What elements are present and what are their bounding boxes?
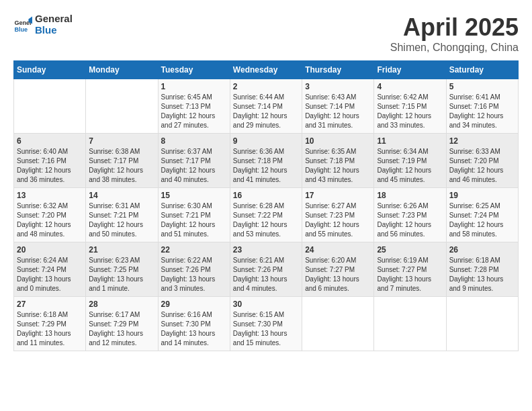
day-details: Sunrise: 6:34 AM Sunset: 7:19 PM Dayligh… (377, 147, 443, 185)
calendar-cell: 4Sunrise: 6:42 AM Sunset: 7:15 PM Daylig… (374, 79, 446, 134)
header-day: Wednesday (230, 61, 302, 79)
day-details: Sunrise: 6:33 AM Sunset: 7:20 PM Dayligh… (449, 147, 515, 185)
calendar-cell (86, 79, 158, 134)
calendar-cell: 26Sunrise: 6:18 AM Sunset: 7:28 PM Dayli… (446, 242, 518, 297)
header-day: Saturday (446, 61, 518, 79)
calendar-cell: 9Sunrise: 6:36 AM Sunset: 7:18 PM Daylig… (230, 134, 302, 188)
calendar-cell (302, 297, 374, 351)
day-number: 10 (305, 136, 371, 146)
day-number: 11 (377, 136, 443, 146)
calendar-cell: 30Sunrise: 6:15 AM Sunset: 7:30 PM Dayli… (230, 297, 302, 351)
day-number: 5 (449, 82, 515, 91)
day-number: 6 (17, 136, 83, 146)
day-number: 30 (233, 300, 299, 309)
day-number: 29 (161, 300, 227, 309)
day-details: Sunrise: 6:35 AM Sunset: 7:18 PM Dayligh… (305, 147, 371, 185)
day-details: Sunrise: 6:31 AM Sunset: 7:21 PM Dayligh… (89, 201, 154, 239)
calendar-cell: 7Sunrise: 6:38 AM Sunset: 7:17 PM Daylig… (86, 134, 158, 188)
day-number: 28 (89, 300, 154, 309)
day-number: 21 (89, 245, 154, 255)
svg-text:Blue: Blue (14, 26, 28, 32)
day-details: Sunrise: 6:32 AM Sunset: 7:20 PM Dayligh… (17, 201, 83, 239)
title-block: April 2025 Shimen, Chongqing, China (390, 13, 519, 54)
day-number: 12 (449, 136, 515, 146)
day-details: Sunrise: 6:37 AM Sunset: 7:17 PM Dayligh… (161, 147, 227, 185)
day-number: 27 (17, 300, 83, 309)
calendar-cell: 3Sunrise: 6:43 AM Sunset: 7:14 PM Daylig… (302, 79, 374, 134)
day-details: Sunrise: 6:23 AM Sunset: 7:25 PM Dayligh… (89, 256, 154, 293)
day-number: 9 (233, 136, 299, 146)
day-number: 17 (305, 191, 371, 200)
calendar-cell (14, 79, 86, 134)
header-day: Tuesday (158, 61, 230, 79)
day-details: Sunrise: 6:36 AM Sunset: 7:18 PM Dayligh… (233, 147, 299, 185)
calendar-week-row: 1Sunrise: 6:45 AM Sunset: 7:13 PM Daylig… (14, 79, 519, 134)
logo: General Blue General Blue (13, 13, 73, 36)
calendar-cell: 17Sunrise: 6:27 AM Sunset: 7:23 PM Dayli… (302, 188, 374, 242)
calendar-cell: 5Sunrise: 6:41 AM Sunset: 7:16 PM Daylig… (446, 79, 518, 134)
day-number: 16 (233, 191, 299, 200)
subtitle: Shimen, Chongqing, China (390, 42, 519, 54)
day-number: 26 (449, 245, 515, 255)
header-day: Thursday (302, 61, 374, 79)
day-details: Sunrise: 6:18 AM Sunset: 7:28 PM Dayligh… (449, 256, 515, 293)
day-details: Sunrise: 6:28 AM Sunset: 7:22 PM Dayligh… (233, 201, 299, 239)
calendar-cell: 20Sunrise: 6:24 AM Sunset: 7:24 PM Dayli… (14, 242, 86, 297)
day-number: 1 (161, 82, 227, 91)
day-details: Sunrise: 6:40 AM Sunset: 7:16 PM Dayligh… (17, 147, 83, 185)
calendar-cell (374, 297, 446, 351)
calendar-cell: 28Sunrise: 6:17 AM Sunset: 7:29 PM Dayli… (86, 297, 158, 351)
day-details: Sunrise: 6:17 AM Sunset: 7:29 PM Dayligh… (89, 310, 154, 348)
page-header: General Blue General Blue April 2025 Shi… (13, 13, 519, 54)
day-details: Sunrise: 6:19 AM Sunset: 7:27 PM Dayligh… (377, 256, 443, 293)
day-details: Sunrise: 6:41 AM Sunset: 7:16 PM Dayligh… (449, 93, 515, 130)
day-number: 23 (233, 245, 299, 255)
day-number: 20 (17, 245, 83, 255)
calendar-cell: 14Sunrise: 6:31 AM Sunset: 7:21 PM Dayli… (86, 188, 158, 242)
calendar-table: SundayMondayTuesdayWednesdayThursdayFrid… (13, 60, 519, 351)
day-number: 18 (377, 191, 443, 200)
day-details: Sunrise: 6:27 AM Sunset: 7:23 PM Dayligh… (305, 201, 371, 239)
day-number: 7 (89, 136, 154, 146)
calendar-week-row: 27Sunrise: 6:18 AM Sunset: 7:29 PM Dayli… (14, 297, 519, 351)
header-day: Monday (86, 61, 158, 79)
calendar-cell: 6Sunrise: 6:40 AM Sunset: 7:16 PM Daylig… (14, 134, 86, 188)
calendar-cell: 21Sunrise: 6:23 AM Sunset: 7:25 PM Dayli… (86, 242, 158, 297)
day-details: Sunrise: 6:45 AM Sunset: 7:13 PM Dayligh… (161, 93, 227, 130)
calendar-cell: 12Sunrise: 6:33 AM Sunset: 7:20 PM Dayli… (446, 134, 518, 188)
calendar-cell: 1Sunrise: 6:45 AM Sunset: 7:13 PM Daylig… (158, 79, 230, 134)
day-details: Sunrise: 6:24 AM Sunset: 7:24 PM Dayligh… (17, 256, 83, 293)
calendar-cell: 24Sunrise: 6:20 AM Sunset: 7:27 PM Dayli… (302, 242, 374, 297)
day-details: Sunrise: 6:38 AM Sunset: 7:17 PM Dayligh… (89, 147, 154, 185)
calendar-week-row: 20Sunrise: 6:24 AM Sunset: 7:24 PM Dayli… (14, 242, 519, 297)
day-number: 22 (161, 245, 227, 255)
calendar-week-row: 6Sunrise: 6:40 AM Sunset: 7:16 PM Daylig… (14, 134, 519, 188)
day-details: Sunrise: 6:25 AM Sunset: 7:24 PM Dayligh… (449, 201, 515, 239)
calendar-cell: 22Sunrise: 6:22 AM Sunset: 7:26 PM Dayli… (158, 242, 230, 297)
header-row: SundayMondayTuesdayWednesdayThursdayFrid… (14, 61, 519, 79)
logo-blue: Blue (35, 25, 73, 36)
calendar-cell: 13Sunrise: 6:32 AM Sunset: 7:20 PM Dayli… (14, 188, 86, 242)
month-title: April 2025 (390, 13, 519, 42)
day-number: 8 (161, 136, 227, 146)
calendar-cell: 18Sunrise: 6:26 AM Sunset: 7:23 PM Dayli… (374, 188, 446, 242)
calendar-cell (446, 297, 518, 351)
day-number: 14 (89, 191, 154, 200)
day-number: 4 (377, 82, 443, 91)
day-details: Sunrise: 6:42 AM Sunset: 7:15 PM Dayligh… (377, 93, 443, 130)
day-details: Sunrise: 6:44 AM Sunset: 7:14 PM Dayligh… (233, 93, 299, 130)
day-details: Sunrise: 6:20 AM Sunset: 7:27 PM Dayligh… (305, 256, 371, 293)
calendar-cell: 10Sunrise: 6:35 AM Sunset: 7:18 PM Dayli… (302, 134, 374, 188)
day-number: 24 (305, 245, 371, 255)
day-number: 15 (161, 191, 227, 200)
day-number: 2 (233, 82, 299, 91)
day-details: Sunrise: 6:16 AM Sunset: 7:30 PM Dayligh… (161, 310, 227, 348)
calendar-cell: 25Sunrise: 6:19 AM Sunset: 7:27 PM Dayli… (374, 242, 446, 297)
calendar-cell: 27Sunrise: 6:18 AM Sunset: 7:29 PM Dayli… (14, 297, 86, 351)
day-details: Sunrise: 6:21 AM Sunset: 7:26 PM Dayligh… (233, 256, 299, 293)
day-number: 19 (449, 191, 515, 200)
day-number: 25 (377, 245, 443, 255)
calendar-week-row: 13Sunrise: 6:32 AM Sunset: 7:20 PM Dayli… (14, 188, 519, 242)
logo-icon: General Blue (13, 15, 32, 34)
day-details: Sunrise: 6:30 AM Sunset: 7:21 PM Dayligh… (161, 201, 227, 239)
